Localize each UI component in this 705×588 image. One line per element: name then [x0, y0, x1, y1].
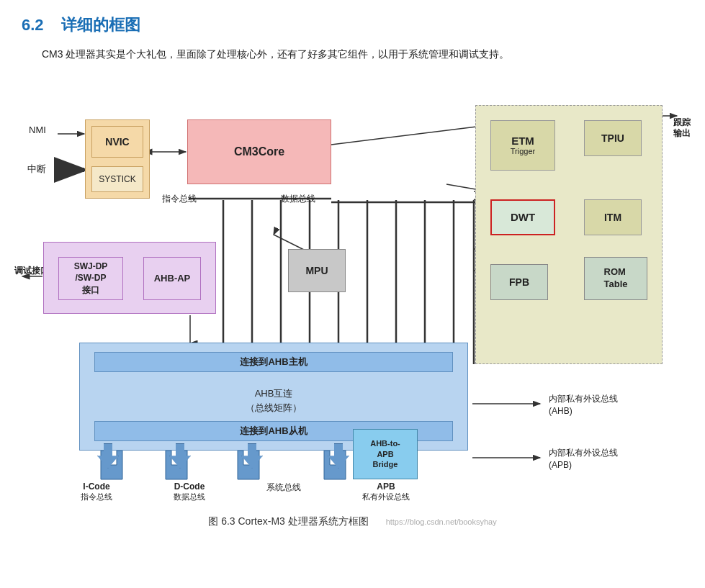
dcode-arrow	[169, 443, 191, 469]
internal-private-apb-label: 内部私有外设总线 (APB)	[549, 447, 618, 471]
internal-private-ahb-label: 内部私有外设总线 (AHB)	[549, 393, 618, 417]
dcode-bus-label: D-Code 数据总线	[174, 481, 205, 502]
apb-arrow	[328, 443, 349, 469]
debug-area: SWJ-DP/SW-DP接口 AHB-AP	[43, 242, 216, 314]
dcode-label: D-Code	[174, 481, 205, 492]
diagram: NMI 中断 调试接口 NVIC SYSTICK CM3Core 指令总线 数据…	[22, 76, 684, 508]
dcode-sub: 数据总线	[174, 492, 205, 502]
ahb-matrix-label: （总线矩阵）	[246, 401, 302, 415]
nvic-box: NVIC	[91, 126, 143, 158]
interrupt-label: 中断	[27, 163, 46, 176]
ahb-connect-top: 连接到AHB主机	[94, 352, 453, 372]
rom-table-box: ROMTable	[584, 257, 647, 300]
page-title: 6.2 详细的框图	[22, 14, 683, 36]
etm-trigger: Trigger	[511, 147, 535, 155]
intro-paragraph: CM3 处理器其实是个大礼包，里面除了处理核心外，还有了好多其它组件，以用于系统…	[22, 46, 683, 63]
caption-url: https://blog.csdn.net/booksyhay	[386, 517, 497, 526]
apb-label: APB	[377, 481, 395, 492]
ahbtoapb-box: AHB-to-APBBridge	[353, 429, 418, 479]
apb-sub: 私有外设总线	[362, 492, 410, 502]
system-bus-arrow	[241, 443, 263, 469]
cm3core-box: CM3Core	[187, 119, 331, 184]
bus-labels-row: I-Code 指令总线 D-Code 数据总线 系统总线 APB 私有外设总线	[81, 481, 410, 502]
caption-text: 图 6.3 Cortex-M3 处理器系统方框图	[208, 515, 368, 527]
system-bus-label: 系统总线	[266, 481, 301, 502]
itm-box: ITM	[584, 199, 642, 235]
cmd-bus-label: 指令总线	[162, 193, 197, 205]
trace-output-label: 跟踪输出	[673, 117, 691, 140]
tpiu-box: TPIU	[584, 120, 642, 156]
icode-arrow	[97, 443, 119, 469]
fpb-box: FPB	[490, 264, 548, 300]
trace-area: ETM Trigger TPIU 跟踪输出 DWT ITM FPB ROMTab…	[475, 105, 663, 364]
icode-label: I-Code	[83, 481, 109, 492]
figure-caption: 图 6.3 Cortex-M3 处理器系统方框图 https://blog.cs…	[22, 515, 683, 528]
system-bus-text: 系统总线	[266, 481, 301, 494]
etm-box: ETM Trigger	[490, 120, 555, 171]
apb-bus-label: APB 私有外设总线	[362, 481, 410, 502]
data-bus-label: 数据总线	[281, 193, 315, 205]
nvic-group: NVIC SYSTICK	[85, 119, 150, 199]
section-number: 6.2	[22, 16, 44, 35]
nmi-label: NMI	[29, 125, 46, 135]
ahb-matrix: AHB互连 （总线矩阵）	[94, 383, 453, 419]
ahbap-box: AHB-AP	[143, 257, 201, 300]
icode-sub: 指令总线	[81, 492, 112, 502]
swjdp-box: SWJ-DP/SW-DP接口	[58, 257, 123, 300]
systick-box: SYSTICK	[91, 166, 143, 192]
svg-line-3	[331, 125, 488, 145]
title-text: 详细的框图	[61, 14, 140, 36]
etm-label: ETM	[511, 135, 534, 147]
dwt-box: DWT	[490, 199, 555, 235]
mpu-box: MPU	[288, 249, 346, 292]
ahb-interconnect-label: AHB互连	[255, 386, 293, 401]
icode-bus-label: I-Code 指令总线	[81, 481, 112, 502]
